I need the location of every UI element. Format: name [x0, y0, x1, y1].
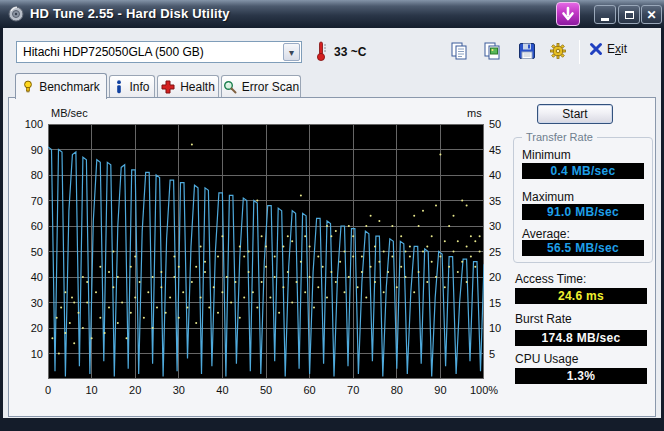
cpu-usage-label: CPU Usage: [515, 352, 578, 366]
tab-label: Info: [129, 80, 149, 94]
burst-rate-label: Burst Rate: [515, 312, 572, 326]
maximize-icon: [625, 11, 634, 19]
x-axis-tick: 20: [118, 384, 152, 396]
access-time-label: Access Time:: [515, 272, 586, 286]
left-axis-tick: 90: [13, 144, 43, 156]
left-axis-label: MB/sec: [51, 107, 88, 119]
start-button[interactable]: Start: [537, 104, 613, 124]
x-axis-tick: 0: [31, 384, 65, 396]
benchmark-panel: MB/sec ms 100908070605040302010504540353…: [8, 97, 656, 417]
copy-text-button[interactable]: [450, 42, 470, 60]
right-axis-tick: 25: [489, 246, 501, 258]
client-area: Hitachi HDP725050GLA (500 GB) ▾ 33 ~C: [3, 28, 661, 418]
x-axis-tick: 90: [423, 384, 457, 396]
right-axis-tick: 15: [489, 297, 501, 309]
right-axis-tick: 45: [489, 144, 501, 156]
close-icon: ✕: [646, 9, 656, 21]
minimum-label: Minimum: [522, 148, 571, 162]
plot-area: [48, 124, 484, 379]
right-axis-tick: 35: [489, 195, 501, 207]
x-axis-tick: 30: [162, 384, 196, 396]
cpu-usage-value: 1.3%: [515, 368, 647, 384]
left-axis-tick: 10: [13, 348, 43, 360]
x-axis-tick: 60: [293, 384, 327, 396]
lightbulb-icon: [22, 80, 34, 94]
right-axis-tick: 10: [489, 322, 501, 334]
burst-rate-value: 174.8 MB/sec: [515, 330, 647, 346]
maximize-button[interactable]: [618, 5, 640, 24]
maximum-value: 91.0 MB/sec: [522, 204, 644, 220]
thermometer-icon: [315, 41, 327, 61]
left-axis-tick: 20: [13, 322, 43, 334]
tab-error-scan[interactable]: Error Scan: [221, 75, 301, 98]
info-icon: [114, 80, 124, 94]
average-label: Average:: [522, 227, 570, 241]
title-bar: HD Tune 2.55 - Hard Disk Utility ✕: [0, 0, 664, 28]
right-axis-tick: 40: [489, 169, 501, 181]
chevron-down-icon[interactable]: ▾: [283, 43, 300, 61]
x-axis-tick: 50: [249, 384, 283, 396]
tab-label: Error Scan: [242, 80, 299, 94]
download-overlay-button[interactable]: [556, 2, 580, 26]
average-value: 56.5 MB/sec: [522, 240, 644, 256]
save-screenshot-button[interactable]: [517, 42, 537, 60]
temperature-value: 33 ~C: [334, 45, 366, 59]
left-axis-tick: 80: [13, 169, 43, 181]
tab-label: Health: [180, 80, 215, 94]
options-button[interactable]: [548, 42, 568, 60]
tab-info[interactable]: Info: [109, 75, 155, 98]
exit-label: Exit: [607, 42, 627, 56]
exit-x-icon: [589, 42, 603, 56]
left-axis-tick: 60: [13, 220, 43, 232]
right-axis-tick: 50: [489, 118, 501, 130]
drive-select-value: Hitachi HDP725050GLA (500 GB): [17, 45, 282, 59]
left-axis-tick: 30: [13, 297, 43, 309]
access-time-value: 24.6 ms: [515, 288, 647, 304]
transfer-rate-group: Transfer Rate Minimum 0.4 MB/sec Maximum…: [513, 137, 653, 263]
right-axis-tick: 30: [489, 220, 501, 232]
app-icon: [8, 6, 24, 22]
toolbar-separator: [579, 40, 580, 64]
left-axis-tick: 40: [13, 271, 43, 283]
maximum-label: Maximum: [522, 190, 574, 204]
drive-select-dropdown[interactable]: Hitachi HDP725050GLA (500 GB) ▾: [16, 41, 302, 63]
left-axis-tick: 50: [13, 246, 43, 258]
close-button[interactable]: ✕: [641, 5, 662, 24]
down-arrow-icon: [560, 6, 576, 22]
minimize-button[interactable]: [594, 5, 616, 24]
window-title: HD Tune 2.55 - Hard Disk Utility: [30, 6, 230, 21]
x-axis-tick: 10: [75, 384, 109, 396]
tab-label: Benchmark: [39, 80, 100, 94]
right-axis-tick: 5: [489, 348, 495, 360]
minimize-icon: [601, 18, 609, 21]
right-axis-label: ms: [467, 107, 482, 119]
transfer-rate-legend: Transfer Rate: [522, 131, 597, 143]
app-window: HD Tune 2.55 - Hard Disk Utility ✕ Hitac…: [0, 0, 664, 431]
x-axis-tick: 80: [380, 384, 414, 396]
x-axis-tick: 40: [205, 384, 239, 396]
magnifier-icon: [223, 80, 237, 94]
minimum-value: 0.4 MB/sec: [522, 163, 644, 179]
right-axis-tick: 20: [489, 271, 501, 283]
red-cross-icon: [161, 80, 175, 94]
copy-screenshot-button[interactable]: [483, 42, 503, 60]
x-axis-tick: 100%: [467, 384, 501, 396]
benchmark-chart: MB/sec ms 100908070605040302010504540353…: [9, 98, 519, 418]
left-axis-tick: 70: [13, 195, 43, 207]
tab-benchmark[interactable]: Benchmark: [15, 73, 107, 99]
exit-button[interactable]: Exit: [589, 42, 627, 56]
tab-health[interactable]: Health: [157, 75, 219, 98]
x-axis-tick: 70: [336, 384, 370, 396]
left-axis-tick: 100: [13, 118, 43, 130]
